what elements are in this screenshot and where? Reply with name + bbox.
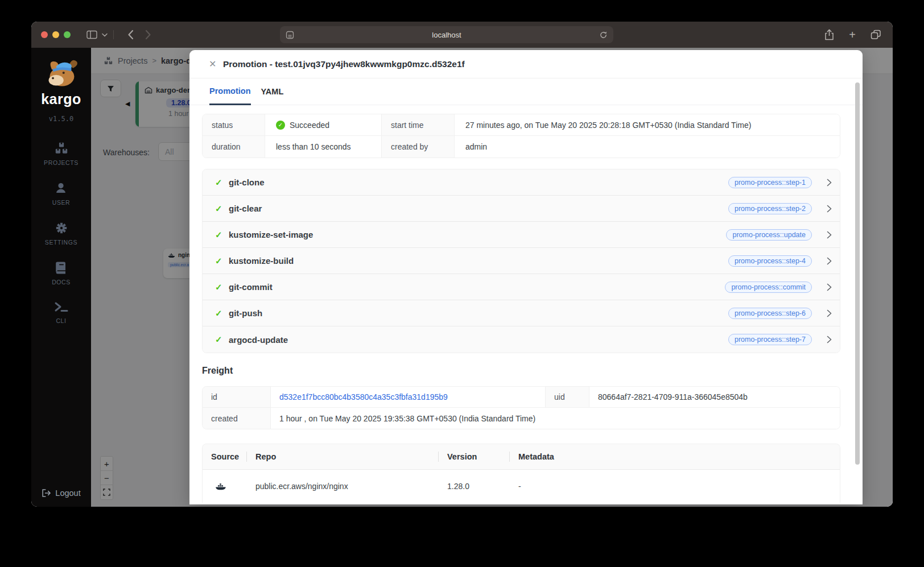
logout-label: Logout	[55, 489, 80, 498]
info-label: duration	[203, 136, 265, 158]
start-time-value: 27 minutes ago, on Tue May 20 2025 20:28…	[455, 114, 840, 136]
check-icon: ✓	[215, 256, 224, 266]
step-row-kustomize-build[interactable]: ✓ kustomize-build promo-process::step-4	[203, 248, 840, 274]
maximize-window-button[interactable]	[64, 31, 71, 38]
chevron-right-icon[interactable]	[827, 336, 832, 343]
reader-icon[interactable]	[286, 31, 294, 39]
chevron-right-icon[interactable]	[827, 309, 832, 317]
step-badge: promo-process::step-6	[728, 308, 812, 319]
source-table-header: Source Repo Version Metadata	[203, 444, 840, 470]
projects-icon	[54, 142, 69, 155]
chevron-right-icon[interactable]	[827, 283, 832, 291]
source-type-cell	[203, 470, 247, 503]
app-version: v1.5.0	[49, 115, 73, 123]
sidebar-toggle-icon[interactable]	[86, 30, 97, 39]
step-name: git-clear	[229, 204, 262, 213]
back-button[interactable]	[127, 30, 134, 40]
tab-promotion[interactable]: Promotion	[209, 78, 251, 105]
status-text: Succeeded	[290, 121, 329, 130]
step-name: kustomize-build	[229, 256, 294, 266]
table-row: public.ecr.aws/nginx/nginx 1.28.0 -	[203, 470, 840, 503]
tab-yaml[interactable]: YAML	[261, 78, 284, 105]
browser-window: localhost +	[31, 22, 893, 507]
promotion-steps-list: ✓ git-clone promo-process::step-1 ✓ git-…	[202, 169, 840, 353]
sidebar-item-docs[interactable]: DOCS	[52, 261, 71, 285]
step-name: git-commit	[229, 282, 273, 292]
check-icon: ✓	[215, 282, 224, 292]
status-value: ✓ Succeeded	[265, 114, 382, 136]
book-icon	[55, 261, 68, 275]
duration-value: less than 10 seconds	[265, 136, 382, 158]
column-header-source: Source	[203, 444, 247, 469]
step-row-git-clear[interactable]: ✓ git-clear promo-process::step-2	[203, 196, 840, 222]
column-header-version: Version	[439, 444, 510, 469]
step-badge: promo-process::step-4	[728, 255, 812, 267]
chevron-right-icon[interactable]	[827, 257, 832, 265]
gear-icon	[55, 221, 68, 235]
freight-id-value: d532e1f7bcc80bc4b3580c4a35c3fbfa31d195b9	[271, 387, 546, 408]
chevron-right-icon[interactable]	[827, 205, 832, 213]
tab-overview-icon[interactable]	[871, 30, 881, 40]
check-icon: ✓	[215, 204, 224, 214]
freight-uid-label: uid	[546, 387, 589, 408]
freight-id-label: id	[203, 387, 271, 408]
promotion-modal: ✕ Promotion - test.01jvq37py4jhew8kwwmkg…	[189, 50, 863, 504]
step-row-git-commit[interactable]: ✓ git-commit promo-process::commit	[203, 274, 840, 300]
modal-tabs: Promotion YAML	[189, 78, 863, 105]
chevron-right-icon[interactable]	[827, 231, 832, 239]
terminal-icon	[54, 301, 69, 313]
screenshot-root: localhost +	[0, 0, 924, 567]
sidebar-item-settings[interactable]: SETTINGS	[45, 221, 77, 246]
created-by-value: admin	[455, 136, 840, 158]
address-bar[interactable]: localhost	[280, 26, 613, 43]
step-row-argocd-update[interactable]: ✓ argocd-update promo-process::step-7	[203, 326, 840, 353]
logout-button[interactable]: Logout	[42, 489, 80, 498]
url-text[interactable]: localhost	[294, 31, 599, 39]
version-cell: 1.28.0	[439, 470, 510, 503]
sidebar-item-projects[interactable]: PROJECTS	[44, 142, 79, 166]
reload-icon[interactable]	[599, 31, 608, 39]
sidebar-item-user[interactable]: USER	[52, 181, 71, 206]
sidebar-item-cli[interactable]: CLI	[54, 301, 69, 324]
close-window-button[interactable]	[41, 31, 48, 38]
forward-button[interactable]	[145, 30, 151, 40]
toolbar-divider	[113, 30, 114, 39]
column-header-metadata: Metadata	[510, 444, 840, 469]
user-icon	[54, 181, 68, 195]
check-icon: ✓	[215, 308, 224, 318]
modal-scrollbar-thumb[interactable]	[855, 82, 860, 465]
chevron-down-icon[interactable]	[102, 33, 108, 37]
info-label: created by	[382, 136, 455, 158]
toolbar-right-actions: +	[824, 22, 881, 48]
step-badge: promo-process::update	[726, 229, 812, 241]
check-icon: ✓	[215, 334, 224, 345]
close-icon[interactable]: ✕	[209, 59, 218, 69]
app-main: Projects > kargo-de ◀ ka	[91, 48, 893, 507]
sidebar-item-label: CLI	[56, 317, 66, 324]
step-row-kustomize-set-image[interactable]: ✓ kustomize-set-image promo-process::upd…	[203, 222, 840, 248]
step-badge: promo-process::step-2	[728, 203, 812, 214]
window-controls	[41, 31, 71, 38]
chevron-right-icon[interactable]	[827, 179, 832, 187]
step-row-git-push[interactable]: ✓ git-push promo-process::step-6	[203, 300, 840, 326]
freight-created-label: created	[203, 408, 271, 429]
step-name: kustomize-set-image	[229, 230, 313, 239]
sidebar-item-label: SETTINGS	[45, 239, 77, 246]
share-icon[interactable]	[824, 29, 834, 40]
success-icon: ✓	[276, 121, 285, 130]
freight-created-value: 1 hour , on Tue May 20 2025 19:35:38 GMT…	[271, 408, 840, 429]
step-badge: promo-process::step-7	[728, 334, 812, 345]
sidebar-item-label: DOCS	[52, 279, 71, 285]
step-row-git-clone[interactable]: ✓ git-clone promo-process::step-1	[203, 169, 840, 196]
freight-id-link[interactable]: d532e1f7bcc80bc4b3580c4a35c3fbfa31d195b9	[279, 392, 448, 402]
repo-cell: public.ecr.aws/nginx/nginx	[247, 470, 439, 503]
freight-source-table: Source Repo Version Metadata	[202, 444, 840, 503]
brand-name: kargo	[41, 91, 81, 107]
minimize-window-button[interactable]	[52, 31, 59, 38]
step-badge: promo-process::step-1	[728, 177, 812, 188]
sidebar-item-label: PROJECTS	[44, 159, 79, 166]
freight-uid-value: 80664af7-2821-4709-911a-366045e8504b	[589, 387, 840, 408]
app-sidebar: kargo v1.5.0	[31, 48, 91, 507]
new-tab-button[interactable]: +	[849, 29, 856, 40]
modal-title: Promotion - test.01jvq37py4jhew8kwwmkgp0…	[223, 59, 465, 69]
